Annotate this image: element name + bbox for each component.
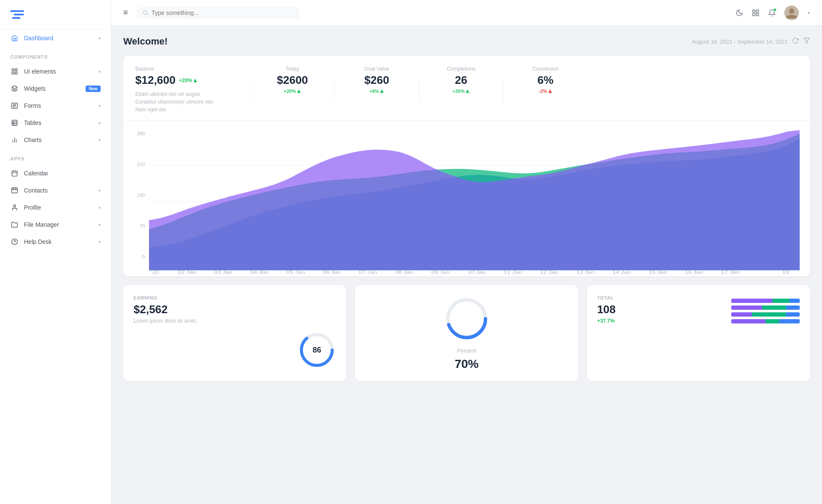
bar-seg-purple-4 — [731, 319, 765, 323]
search-bar[interactable] — [137, 7, 299, 19]
chart-y-axis: 280 210 140 70 0 — [134, 129, 149, 276]
stats-divider-1 — [250, 77, 250, 103]
x-label-10jan: 10 Jan — [468, 270, 486, 275]
topbar: ≡ ▾ — [111, 0, 822, 26]
sidebar-item-label-dashboard: Dashboard — [24, 35, 97, 42]
earning-value: $2,562 — [134, 303, 336, 316]
chevron-icon-charts: ▾ — [98, 138, 101, 142]
user-icon — [10, 203, 19, 212]
stats-row: Balance $12,600 +20% Etiam ultricies nis… — [123, 56, 810, 121]
sidebar-item-dashboard[interactable]: Dashboard ▾ — [0, 30, 111, 47]
hamburger-icon[interactable]: ≡ — [123, 8, 128, 17]
down-arrow-icon — [548, 89, 552, 93]
sidebar-item-label-contacts: Contacts — [24, 187, 97, 194]
stats-divider-4 — [503, 77, 503, 103]
up-arrow-icon — [193, 78, 197, 83]
sidebar-logo — [0, 0, 111, 30]
today-change-text: +20% — [284, 89, 296, 94]
donut-value: 86 — [313, 346, 321, 355]
total-top: Total 108 +37.7% — [597, 295, 800, 324]
sidebar-item-charts[interactable]: Charts ▾ — [0, 131, 111, 148]
bar-row-2 — [731, 305, 800, 310]
sidebar-item-ui-elements[interactable]: UI elements ▾ — [0, 63, 111, 80]
chevron-icon-ui-elements: ▾ — [98, 69, 101, 74]
sidebar-item-contacts[interactable]: Contacts ▾ — [0, 182, 111, 199]
home-icon — [10, 34, 19, 42]
completions-value: 26 — [440, 74, 482, 87]
bar-row-1 — [731, 299, 800, 303]
sidebar-item-help-desk[interactable]: Help Desk ▾ — [0, 233, 111, 250]
stat-balance: Balance $12,600 +20% Etiam ultricies nis… — [135, 66, 229, 113]
svg-rect-20 — [12, 188, 17, 193]
sidebar-item-tables[interactable]: Tables ▾ — [0, 114, 111, 131]
chart-svg-container: Jan '20 02 Jan 03 Jan 04 Jan 05 Jan 06 J… — [149, 129, 800, 276]
today-change: +20% — [271, 89, 314, 94]
bar-row-4 — [731, 319, 800, 323]
sidebar-item-label-tables: Tables — [24, 119, 97, 126]
sidebar-item-label-file-manager: File Manager — [24, 221, 97, 228]
section-label-components: Components — [0, 47, 111, 63]
stats-divider-2 — [334, 77, 335, 103]
sidebar-item-file-manager[interactable]: File Manager ▾ — [0, 216, 111, 233]
svg-rect-16 — [12, 171, 17, 176]
stat-goal: Goal Value $260 +6% — [355, 66, 398, 94]
folder-icon — [10, 220, 19, 229]
sidebar-item-widgets[interactable]: Widgets New — [0, 80, 111, 97]
bar-seg-green-2 — [762, 305, 786, 310]
sidebar-item-calendar[interactable]: Calendar — [0, 165, 111, 182]
earning-donut: 86 — [298, 331, 336, 369]
goal-change-text: +6% — [369, 89, 379, 94]
percent-donut — [443, 295, 490, 342]
avatar[interactable] — [784, 6, 799, 20]
svg-rect-1 — [15, 69, 17, 71]
balance-change-text: +20% — [179, 77, 192, 83]
filter-button[interactable] — [803, 37, 810, 46]
svg-rect-27 — [756, 10, 759, 12]
up-arrow-icon-comp — [465, 89, 470, 93]
x-label-09jan: 09 Jan — [432, 270, 450, 275]
refresh-button[interactable] — [792, 37, 799, 46]
x-label-07jan: 07 Jan — [359, 270, 378, 275]
svg-point-21 — [13, 205, 15, 207]
svg-point-31 — [789, 9, 794, 14]
stat-today: Today $2600 +20% — [271, 66, 314, 94]
x-label-17jan: 17 Jan — [721, 270, 739, 275]
stats-divider-3 — [419, 77, 419, 103]
page-header-right: August 16, 2021 - September 14, 2021 — [692, 37, 810, 46]
goal-label: Goal Value — [355, 66, 398, 72]
logo-bar-1 — [10, 10, 24, 12]
balance-value-row: $12,600 +20% — [135, 74, 229, 87]
chart-container: 280 210 140 70 0 — [123, 121, 810, 276]
earning-card: EARNING $2,562 Lorem ipsum dolor sit ame… — [123, 285, 346, 381]
today-label: Today — [271, 66, 314, 72]
balance-label: Balance — [135, 66, 229, 72]
y-label-280: 280 — [137, 131, 145, 136]
bar-seg-purple-2 — [731, 305, 762, 310]
svg-marker-36 — [466, 89, 469, 93]
svg-rect-29 — [753, 13, 755, 15]
sidebar-item-forms[interactable]: Forms ▾ — [0, 97, 111, 114]
y-label-70: 70 — [137, 223, 145, 228]
percent-donut-svg — [443, 295, 490, 342]
notifications-button[interactable] — [768, 9, 776, 17]
svg-rect-28 — [756, 13, 759, 15]
total-value: 108 — [597, 303, 616, 316]
table-icon — [10, 119, 19, 127]
sidebar-item-label-forms: Forms — [24, 102, 97, 109]
up-arrow-icon-goal — [380, 89, 384, 93]
chevron-icon-contacts: ▾ — [98, 188, 101, 193]
content-area: Welcome! August 16, 2021 - September 14,… — [111, 26, 822, 504]
bar-seg-purple-3 — [731, 312, 752, 317]
section-label-apps: Apps — [0, 148, 111, 165]
search-input[interactable] — [152, 9, 293, 16]
avatar-dropdown-icon[interactable]: ▾ — [807, 10, 810, 16]
dark-mode-button[interactable] — [736, 9, 743, 17]
chevron-icon-help-desk: ▾ — [98, 240, 101, 244]
earning-desc: Lorem ipsum dolor sit amet, — [134, 318, 336, 324]
x-label-04jan: 04 Jan — [250, 270, 269, 275]
sidebar-item-profile[interactable]: Profile ▾ — [0, 199, 111, 216]
apps-button[interactable] — [752, 9, 759, 17]
goal-change: +6% — [355, 89, 398, 94]
grid-icon — [10, 67, 19, 76]
filter-icon — [803, 37, 810, 44]
